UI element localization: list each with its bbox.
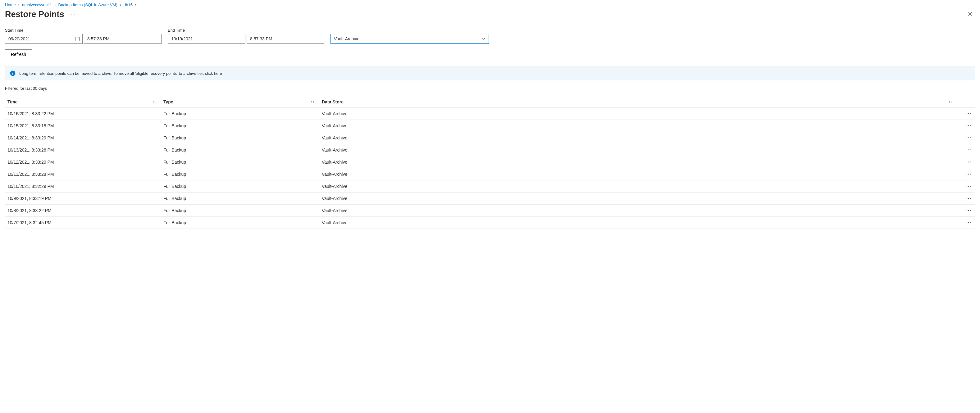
cell-time: 10/11/2021, 8:33:28 PM xyxy=(5,172,163,177)
end-time-label: End Time xyxy=(168,28,324,33)
more-actions-icon[interactable]: ··· xyxy=(70,11,76,18)
column-header-store-label: Data Store xyxy=(322,99,344,104)
cell-type: Full Backup xyxy=(163,111,322,116)
row-more-actions-icon[interactable]: ··· xyxy=(959,111,975,116)
end-date-value: 10/19/2021 xyxy=(171,37,193,41)
table-row[interactable]: 10/16/2021, 8:33:22 PMFull BackupVault-A… xyxy=(5,108,975,120)
row-more-actions-icon[interactable]: ··· xyxy=(959,123,975,129)
refresh-button[interactable]: Refresh xyxy=(5,49,32,59)
restore-points-table: Time ↑↓ Type ↑↓ Data Store ↑↓ 10/16/2021… xyxy=(5,96,975,229)
row-more-actions-icon[interactable]: ··· xyxy=(959,220,975,226)
cell-type: Full Backup xyxy=(163,123,322,128)
filter-summary-text: Filtered for last 30 days xyxy=(5,86,975,91)
cell-time: 10/9/2021, 8:33:19 PM xyxy=(5,196,163,201)
cell-type: Full Backup xyxy=(163,172,322,177)
cell-time: 10/14/2021, 8:33:20 PM xyxy=(5,135,163,140)
cell-type: Full Backup xyxy=(163,196,322,201)
row-more-actions-icon[interactable]: ··· xyxy=(959,208,975,213)
cell-type: Full Backup xyxy=(163,208,322,213)
start-time-label: Start Time xyxy=(5,28,162,33)
table-row[interactable]: 10/15/2021, 8:33:18 PMFull BackupVault-A… xyxy=(5,120,975,132)
row-more-actions-icon[interactable]: ··· xyxy=(959,159,975,165)
start-date-value: 09/20/2021 xyxy=(8,37,30,41)
row-more-actions-icon[interactable]: ··· xyxy=(959,147,975,153)
column-header-time-label: Time xyxy=(8,99,18,104)
row-more-actions-icon[interactable]: ··· xyxy=(959,184,975,189)
filters-row: Start Time 09/20/2021 8:57:33 PM End Tim… xyxy=(5,28,975,44)
chevron-right-icon: › xyxy=(18,3,19,7)
column-header-data-store[interactable]: Data Store ↑↓ xyxy=(322,99,959,104)
table-body: 10/16/2021, 8:33:22 PMFull BackupVault-A… xyxy=(5,108,975,229)
table-row[interactable]: 10/12/2021, 8:33:20 PMFull BackupVault-A… xyxy=(5,156,975,168)
page-title: Restore Points xyxy=(5,10,64,19)
row-more-actions-icon[interactable]: ··· xyxy=(959,195,975,201)
column-header-type-label: Type xyxy=(163,99,173,104)
cell-time: 10/8/2021, 8:33:22 PM xyxy=(5,208,163,213)
cell-data-store: Vault-Archive xyxy=(322,208,959,213)
start-time-value: 8:57:33 PM xyxy=(87,37,110,41)
breadcrumb-link-db[interactable]: db15 xyxy=(124,3,133,7)
cell-data-store: Vault-Archive xyxy=(322,184,959,189)
cell-time: 10/7/2021, 8:32:45 PM xyxy=(5,220,163,225)
cell-data-store: Vault-Archive xyxy=(322,220,959,225)
start-time-input[interactable]: 8:57:33 PM xyxy=(84,34,162,44)
cell-data-store: Vault-Archive xyxy=(322,172,959,177)
cell-data-store: Vault-Archive xyxy=(322,148,959,152)
cell-time: 10/10/2021, 8:32:29 PM xyxy=(5,184,163,189)
cell-data-store: Vault-Archive xyxy=(322,196,959,201)
cell-data-store: Vault-Archive xyxy=(322,111,959,116)
tier-select[interactable]: Vault-Archive xyxy=(331,34,489,44)
start-date-input[interactable]: 09/20/2021 xyxy=(5,34,83,44)
table-row[interactable]: 10/7/2021, 8:32:45 PMFull BackupVault-Ar… xyxy=(5,217,975,229)
cell-type: Full Backup xyxy=(163,160,322,165)
cell-data-store: Vault-Archive xyxy=(322,123,959,128)
cell-type: Full Backup xyxy=(163,135,322,140)
end-date-input[interactable]: 10/19/2021 xyxy=(168,34,245,44)
sort-icon: ↑↓ xyxy=(310,100,314,104)
calendar-icon xyxy=(75,37,80,41)
close-icon[interactable] xyxy=(965,10,975,19)
table-row[interactable]: 10/8/2021, 8:33:22 PMFull BackupVault-Ar… xyxy=(5,205,975,217)
chevron-right-icon: › xyxy=(120,3,121,7)
tier-group: Vault-Archive xyxy=(331,34,489,44)
start-time-group: Start Time 09/20/2021 8:57:33 PM xyxy=(5,28,162,44)
breadcrumb-link-backup-items[interactable]: Backup Items (SQL in Azure VM) xyxy=(58,3,117,7)
chevron-right-icon: › xyxy=(54,3,56,7)
info-icon xyxy=(10,70,16,76)
breadcrumb-link-home[interactable]: Home xyxy=(5,3,16,7)
end-time-value: 8:57:33 PM xyxy=(250,37,272,41)
cell-time: 10/16/2021, 8:33:22 PM xyxy=(5,111,163,116)
title-row: Restore Points ··· xyxy=(5,10,975,19)
calendar-icon xyxy=(238,37,243,41)
sort-icon: ↑↓ xyxy=(152,100,156,104)
breadcrumb-link-vault[interactable]: archiveccyvault1 xyxy=(22,3,52,7)
svg-point-11 xyxy=(13,72,13,72)
cell-data-store: Vault-Archive xyxy=(322,135,959,140)
chevron-right-icon: › xyxy=(135,3,136,7)
sort-icon: ↑↓ xyxy=(948,100,952,104)
cell-type: Full Backup xyxy=(163,184,322,189)
cell-time: 10/12/2021, 8:33:20 PM xyxy=(5,160,163,165)
cell-data-store: Vault-Archive xyxy=(322,160,959,165)
info-banner-text: Long term retention points can be moved … xyxy=(19,71,222,76)
column-header-type[interactable]: Type ↑↓ xyxy=(163,99,322,104)
svg-rect-12 xyxy=(13,73,13,75)
cell-time: 10/15/2021, 8:33:18 PM xyxy=(5,123,163,128)
cell-time: 10/13/2021, 8:33:26 PM xyxy=(5,148,163,152)
table-row[interactable]: 10/14/2021, 8:33:20 PMFull BackupVault-A… xyxy=(5,132,975,144)
breadcrumb: Home › archiveccyvault1 › Backup Items (… xyxy=(5,3,975,7)
column-header-time[interactable]: Time ↑↓ xyxy=(5,99,163,104)
row-more-actions-icon[interactable]: ··· xyxy=(959,135,975,141)
table-row[interactable]: 10/10/2021, 8:32:29 PMFull BackupVault-A… xyxy=(5,180,975,192)
info-banner[interactable]: Long term retention points can be moved … xyxy=(5,66,975,80)
table-row[interactable]: 10/9/2021, 8:33:19 PMFull BackupVault-Ar… xyxy=(5,192,975,205)
cell-type: Full Backup xyxy=(163,220,322,225)
end-time-group: End Time 10/19/2021 8:57:33 PM xyxy=(168,28,324,44)
chevron-down-icon xyxy=(482,37,485,41)
row-more-actions-icon[interactable]: ··· xyxy=(959,172,975,177)
table-row[interactable]: 10/13/2021, 8:33:26 PMFull BackupVault-A… xyxy=(5,144,975,156)
svg-rect-2 xyxy=(75,37,80,41)
table-row[interactable]: 10/11/2021, 8:33:28 PMFull BackupVault-A… xyxy=(5,168,975,180)
end-time-input[interactable]: 8:57:33 PM xyxy=(247,34,324,44)
svg-rect-6 xyxy=(238,37,242,41)
